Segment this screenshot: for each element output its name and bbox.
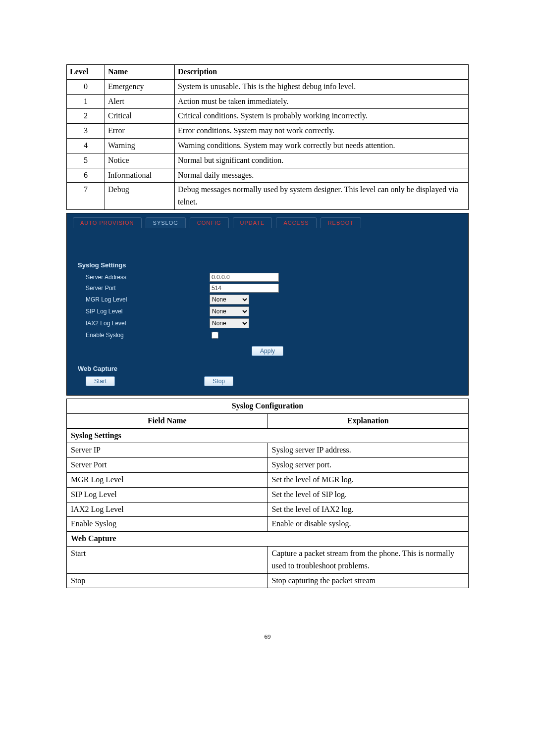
tab-syslog[interactable]: SYSLOG [146, 217, 186, 228]
server-address-input[interactable] [210, 273, 279, 282]
mgr-log-level-select[interactable]: None [210, 295, 249, 304]
table-row: Server IPSyslog server IP address. [67, 443, 469, 458]
sip-log-level-label: SIP Log Level [86, 308, 210, 315]
enable-syslog-checkbox[interactable] [212, 332, 218, 339]
web-capture-heading: Web Capture [78, 365, 457, 372]
tab-bar: AUTO PROVISION SYSLOG CONFIG UPDATE ACCE… [67, 213, 468, 228]
start-button[interactable]: Start [86, 376, 115, 386]
table-row: StartCapture a packet stream from the ph… [67, 546, 469, 573]
tab-update[interactable]: UPDATE [233, 217, 272, 228]
syslog-ui-screenshot: AUTO PROVISION SYSLOG CONFIG UPDATE ACCE… [66, 213, 469, 396]
table-row: 1AlertAction must be taken immediately. [67, 94, 469, 109]
config-header-field: Field Name [67, 413, 268, 428]
config-header-explanation: Explanation [268, 413, 469, 428]
config-section-webcapture: Web Capture [67, 532, 469, 547]
table-row: 0EmergencySystem is unusable. This is th… [67, 79, 469, 94]
table-row: 7DebugDebug messages normally used by sy… [67, 183, 469, 210]
config-section-syslog: Syslog Settings [67, 428, 469, 443]
table-row: 4WarningWarning conditions. System may w… [67, 138, 469, 153]
levels-header-name: Name [105, 65, 175, 80]
table-row: StopStop capturing the packet stream [67, 573, 469, 588]
levels-header-level: Level [67, 65, 105, 80]
levels-header-desc: Description [175, 65, 469, 80]
table-row: 5NoticeNormal but significant condition. [67, 153, 469, 168]
page-number: 69 [66, 633, 469, 641]
table-row: SIP Log LevelSet the level of SIP log. [67, 487, 469, 502]
enable-syslog-label: Enable Syslog [86, 332, 210, 339]
iax2-log-level-label: IAX2 Log Level [86, 320, 210, 327]
mgr-log-level-label: MGR Log Level [86, 296, 210, 303]
table-row: MGR Log LevelSet the level of MGR log. [67, 472, 469, 487]
table-row: 2CriticalCritical conditions. System is … [67, 109, 469, 124]
table-row: Server PortSyslog server port. [67, 458, 469, 473]
table-row: Enable SyslogEnable or disable syslog. [67, 517, 469, 532]
table-row: 3ErrorError conditions. System may not w… [67, 124, 469, 139]
stop-button[interactable]: Stop [204, 376, 233, 386]
tab-reboot[interactable]: REBOOT [321, 217, 361, 228]
syslog-config-table: Syslog Configuration Field Name Explanat… [66, 399, 469, 588]
syslog-config-title: Syslog Configuration [67, 399, 469, 413]
apply-button[interactable]: Apply [252, 346, 283, 356]
iax2-log-level-select[interactable]: None [210, 318, 249, 328]
server-port-label: Server Port [86, 285, 210, 292]
table-row: 6InformationalNormal daily messages. [67, 168, 469, 183]
syslog-settings-heading: Syslog Settings [78, 261, 457, 269]
tab-access[interactable]: ACCESS [276, 217, 316, 228]
table-row: IAX2 Log LevelSet the level of IAX2 log. [67, 502, 469, 517]
debug-levels-table: Level Name Description 0EmergencySystem … [66, 64, 469, 210]
server-port-input[interactable] [210, 284, 279, 293]
server-address-label: Server Address [86, 274, 210, 281]
tab-config[interactable]: CONFIG [190, 217, 229, 228]
sip-log-level-select[interactable]: None [210, 306, 249, 316]
tab-auto-provision[interactable]: AUTO PROVISION [73, 217, 142, 228]
